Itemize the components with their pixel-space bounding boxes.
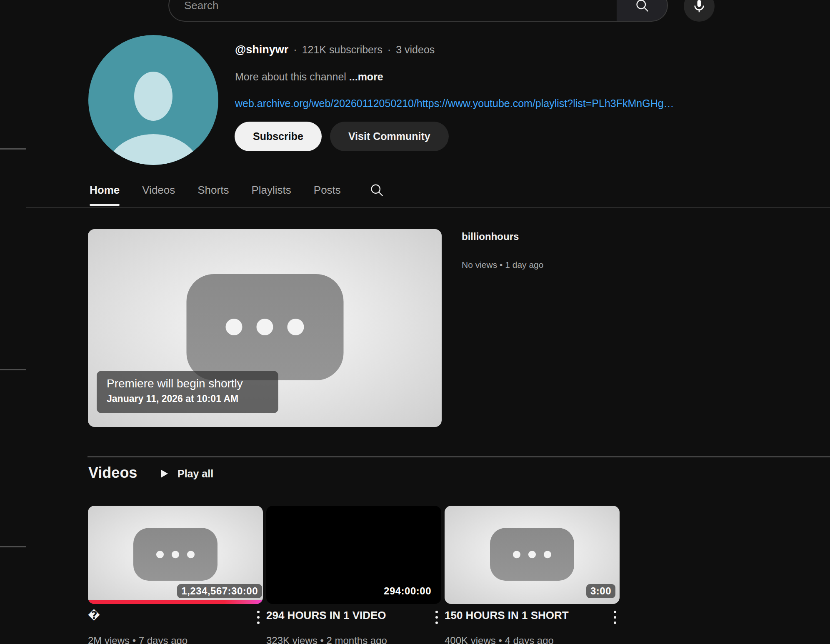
video-title[interactable]: 294 HOURS IN 1 VIDEO [266,609,399,622]
channel-info-line: @shinywr · 121K subscribers · 3 videos [235,43,435,56]
avatar-person-icon [105,134,202,165]
premiere-status-text: Premiere will begin shortly [107,377,268,390]
microphone-icon [691,0,707,14]
video-placeholder-icon [133,528,218,581]
video-duration-badge: 1,234,567:30:00 [177,584,262,598]
search-icon [369,182,384,197]
left-rail-divider [0,546,26,547]
channel-external-link[interactable]: web.archive.org/web/20260112050210/https… [235,97,674,110]
separator-dot: · [293,44,297,56]
video-meta: 2M views • 7 days ago [88,635,188,644]
tab-shorts[interactable]: Shorts [198,181,229,199]
watch-progress-bar [88,600,263,604]
featured-video-meta: No views • 1 day ago [462,260,543,270]
search-input[interactable] [183,0,617,12]
featured-video-thumbnail[interactable]: Premiere will begin shortly January 11, … [88,229,442,427]
premiere-status-overlay: Premiere will begin shortly January 11, … [97,371,278,413]
video-menu-button[interactable] [611,609,619,626]
separator-dot: · [388,44,391,56]
video-menu-button[interactable] [255,609,262,626]
youtube-channel-page: @shinywr · 121K subscribers · 3 videos M… [0,0,830,644]
left-rail-divider [0,148,26,150]
channel-avatar[interactable] [88,35,218,165]
video-placeholder-icon [186,274,343,380]
featured-video-title[interactable]: billionhours [462,231,519,242]
video-card: 3:00 150 HOURS IN 1 SHORT 400K views • 4… [445,506,620,604]
video-title[interactable]: � [88,609,112,622]
video-duration-badge: 3:00 [586,584,615,598]
play-icon [158,467,170,480]
tab-posts[interactable]: Posts [314,181,341,199]
channel-search-button[interactable] [369,182,384,197]
video-title-row: � [88,609,263,626]
video-title[interactable]: 150 HOURS IN 1 SHORT [445,609,581,622]
avatar-person-icon [134,72,172,121]
section-divider [88,456,830,457]
search-button[interactable] [617,0,668,22]
premiere-datetime: January 11, 2026 at 10:01 AM [107,393,268,404]
about-text: More about this channel [235,71,346,82]
video-card: 1,234,567:30:00 � 2M views • 7 days ago [88,506,263,604]
video-title-row: 294 HOURS IN 1 VIDEO [266,609,441,626]
left-rail-divider [0,369,26,370]
video-thumbnail[interactable]: 294:00:00 [266,506,441,604]
search-bar [168,0,668,22]
video-title-row: 150 HOURS IN 1 SHORT [445,609,620,626]
channel-tabs: Home Videos Shorts Playlists Posts [90,181,384,199]
videos-section-heading: Videos [88,464,137,482]
video-menu-button[interactable] [433,609,440,626]
subscriber-count: 121K subscribers [302,44,382,56]
video-meta: 400K views • 4 days ago [445,635,554,644]
visit-community-button[interactable]: Visit Community [330,122,449,151]
channel-handle: @shinywr [235,43,288,56]
video-card: 294:00:00 294 HOURS IN 1 VIDEO 323K view… [266,506,441,604]
search-box[interactable] [168,0,617,22]
tab-home[interactable]: Home [90,181,120,199]
video-thumbnail[interactable]: 1,234,567:30:00 [88,506,263,604]
subscribe-button[interactable]: Subscribe [235,122,322,151]
search-icon [635,0,650,13]
tabbar-divider [26,207,830,208]
video-count: 3 videos [396,44,435,56]
channel-action-buttons: Subscribe Visit Community [235,122,449,151]
video-thumbnail[interactable]: 3:00 [445,506,620,604]
more-link[interactable]: ...more [349,71,383,82]
video-duration-badge: 294:00:00 [380,584,435,598]
tab-videos[interactable]: Videos [142,181,175,199]
tab-playlists[interactable]: Playlists [251,181,291,199]
channel-description: More about this channel ...more [235,71,383,83]
play-all-label: Play all [178,468,213,480]
video-placeholder-icon [490,528,574,581]
video-meta: 323K views • 2 months ago [266,635,387,644]
play-all-button[interactable]: Play all [158,467,213,480]
voice-search-button[interactable] [684,0,715,22]
